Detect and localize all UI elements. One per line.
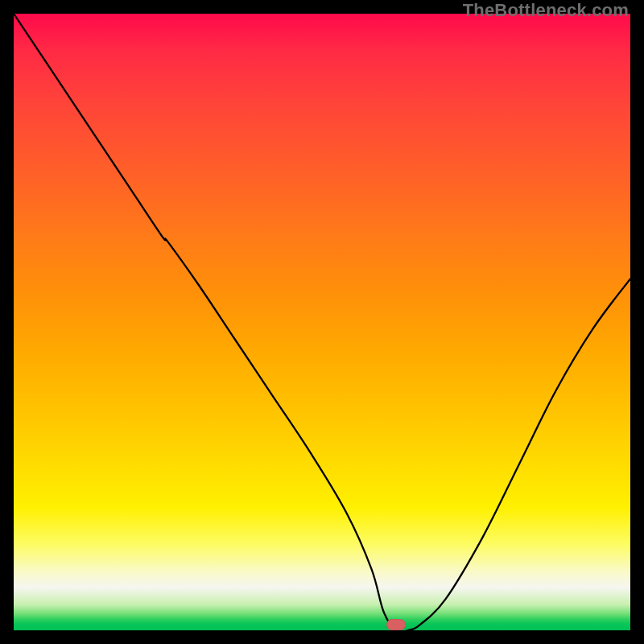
chart-frame: TheBottleneck.com bbox=[0, 0, 644, 644]
bottleneck-curve bbox=[14, 14, 630, 630]
plot-area bbox=[14, 14, 630, 630]
watermark-text: TheBottleneck.com bbox=[463, 0, 629, 21]
optimal-point-marker bbox=[386, 619, 406, 630]
